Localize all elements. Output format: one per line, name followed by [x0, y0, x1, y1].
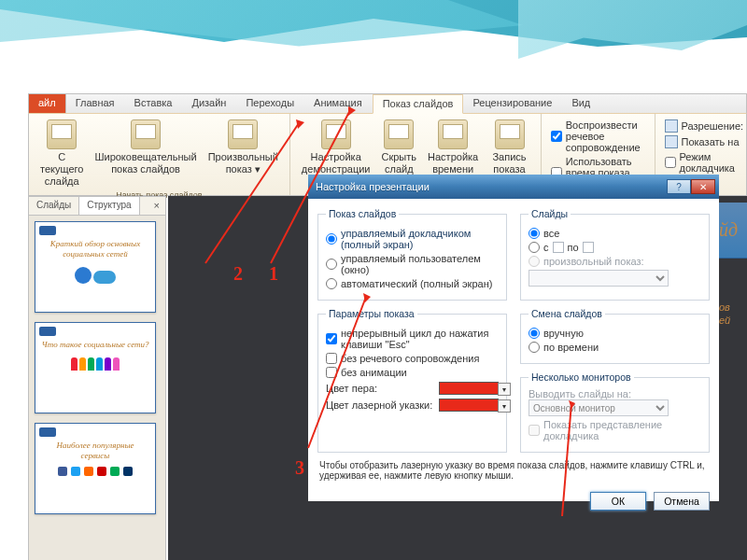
tab-design[interactable]: Дизайн — [182, 94, 236, 113]
radio-kiosk[interactable]: автоматический (полный экран) — [326, 278, 499, 289]
ok-button[interactable]: ОК — [590, 492, 646, 511]
tab-insert[interactable]: Вставка — [125, 94, 183, 113]
thumb-title: Краткий обзор основных социальных сетей — [41, 239, 149, 259]
legend: Слайды — [529, 208, 571, 219]
laser-color-swatch[interactable] — [439, 399, 499, 412]
monitor-icon — [665, 135, 678, 148]
ribbon-tab-strip: айл Главная Вставка Дизайн Переходы Аним… — [28, 93, 747, 114]
tab-transitions[interactable]: Переходы — [236, 94, 304, 113]
dialog-titlebar[interactable]: Настройка презентации ? ✕ — [308, 175, 719, 199]
chk-presenter: Показать представление докладчика — [529, 419, 701, 441]
legend: Несколько мониторов — [529, 371, 634, 383]
thumb-logo — [39, 226, 56, 235]
chk-loop[interactable]: непрерывный цикл до нажатия клавиши "Esc… — [326, 328, 499, 350]
slide-thumb-1[interactable]: Краткий обзор основных социальных сетей — [35, 221, 156, 313]
radio-from-to[interactable]: спо — [529, 242, 701, 253]
group-show-type: Показ слайдов управляемый докладчиком (п… — [317, 208, 507, 301]
legend: Смена слайдов — [529, 308, 605, 319]
label: автоматический (полный экран) — [341, 278, 492, 289]
from-current-button[interactable]: С текущего слайда — [35, 118, 89, 190]
show-on-row[interactable]: Показать на — [665, 135, 740, 148]
tab-view[interactable]: Вид — [562, 94, 600, 113]
tab-outline[interactable]: Структура — [79, 197, 139, 215]
tab-animations[interactable]: Анимация — [304, 94, 373, 113]
radio-speaker[interactable]: управляемый докладчиком (полный экран) — [326, 228, 499, 250]
custom-show-button[interactable]: Произвольный показ ▾ — [203, 118, 284, 190]
label: произвольный показ: — [543, 256, 644, 267]
close-button[interactable]: ✕ — [691, 179, 715, 194]
pen-color-swatch[interactable] — [439, 382, 499, 395]
monitor-label: Выводить слайды на: — [529, 388, 701, 399]
monitor-icon — [665, 119, 678, 133]
label: Воспроизвести речевое сопровождение — [566, 119, 645, 153]
label: Произвольный показ ▾ — [208, 151, 278, 175]
chk-no-narration[interactable]: без речевого сопровождения — [326, 353, 499, 364]
legend: Параметры показа — [326, 308, 417, 319]
projector-icon — [47, 119, 77, 149]
radio-timings[interactable]: по времени — [529, 342, 701, 353]
thumb-graphic — [41, 357, 149, 371]
tab-home[interactable]: Главная — [66, 94, 125, 113]
monitor-combo: Основной монитор — [529, 399, 669, 416]
from-input[interactable] — [553, 242, 564, 253]
radio-all[interactable]: все — [529, 228, 701, 239]
group-monitors: Несколько мониторов Выводить слайды на: … — [520, 371, 710, 453]
radio-browsed[interactable]: управляемый пользователем (окно) — [326, 253, 499, 275]
label: Цвет пера: — [326, 383, 377, 394]
resolution-row[interactable]: Разрешение:Исп — [665, 119, 747, 133]
clock-icon — [438, 119, 468, 149]
thumbnails[interactable]: Краткий обзор основных социальных сетей … — [29, 216, 165, 560]
file-tab[interactable]: айл — [29, 94, 66, 113]
thumb-logo — [39, 427, 56, 437]
thumb-graphic — [41, 267, 149, 284]
radio-manual[interactable]: вручную — [529, 328, 701, 339]
label: управляемый пользователем (окно) — [341, 253, 499, 275]
chk-no-animation[interactable]: без анимации — [326, 367, 499, 378]
label: Разрешение: — [682, 120, 744, 132]
slide-panel: Слайды Структура × Краткий обзор основны… — [28, 196, 166, 560]
laser-note: Чтобы отобразить лазерную указку во врем… — [317, 460, 710, 481]
label: Показать представление докладчика — [543, 419, 701, 441]
cancel-button[interactable]: Отмена — [654, 492, 710, 511]
label: Настройка демонстрации — [302, 151, 371, 175]
slide-icon — [384, 119, 414, 149]
pen-color-row[interactable]: Цвет пера: — [326, 382, 499, 395]
tab-slideshow[interactable]: Показ слайдов — [373, 94, 464, 114]
record-icon — [495, 119, 525, 149]
chk-presenter-view[interactable]: Режим докладчика — [665, 151, 747, 174]
label: Настройка времени — [428, 151, 478, 175]
radio-custom: произвольный показ: — [529, 256, 701, 267]
slide-thumb-2[interactable]: Что такое социальные сети? — [35, 322, 156, 413]
laser-color-row[interactable]: Цвет лазерной указки: — [326, 399, 499, 412]
label: все — [543, 228, 559, 239]
tab-review[interactable]: Рецензирование — [463, 94, 562, 113]
label: Показать на — [682, 136, 740, 147]
thumb-logo — [39, 327, 56, 336]
label: непрерывный цикл до нажатия клавиши "Esc… — [341, 328, 499, 350]
setup-show-dialog: Настройка презентации ? ✕ Показ слайдов … — [308, 175, 719, 501]
projector-icon — [131, 119, 161, 149]
legend: Показ слайдов — [326, 208, 399, 219]
chk-narration[interactable]: Воспроизвести речевое сопровождение — [551, 119, 645, 153]
dialog-title: Настройка презентации — [312, 181, 667, 192]
label: управляемый докладчиком (полный экран) — [341, 228, 499, 250]
group-advance: Смена слайдов вручную по времени — [520, 308, 710, 364]
to-input[interactable] — [583, 242, 594, 253]
slide-title-fragment-right: овей — [719, 301, 730, 328]
group-options: Параметры показа непрерывный цикл до наж… — [317, 308, 507, 453]
group-start-show: С текущего слайда Широковещательный пока… — [29, 114, 290, 195]
group-slides: Слайды все спо произвольный показ: — [520, 208, 710, 301]
label: без речевого сопровождения — [341, 353, 479, 364]
help-button[interactable]: ? — [667, 179, 691, 194]
label: по — [568, 242, 579, 253]
thumb-title: Наиболее популярные сервисы — [41, 441, 149, 461]
thumb-title: Что такое социальные сети? — [41, 340, 149, 350]
projector-icon — [321, 119, 351, 149]
label: С текущего слайда — [40, 151, 83, 189]
close-panel-button[interactable]: × — [148, 197, 165, 215]
slide-thumb-3[interactable]: Наиболее популярные сервисы — [35, 423, 156, 514]
broadcast-button[interactable]: Широковещательный показ слайдов — [89, 118, 202, 190]
projector-icon — [228, 119, 258, 149]
tab-slides[interactable]: Слайды — [29, 197, 79, 215]
label: Скрыть слайд — [382, 151, 417, 175]
